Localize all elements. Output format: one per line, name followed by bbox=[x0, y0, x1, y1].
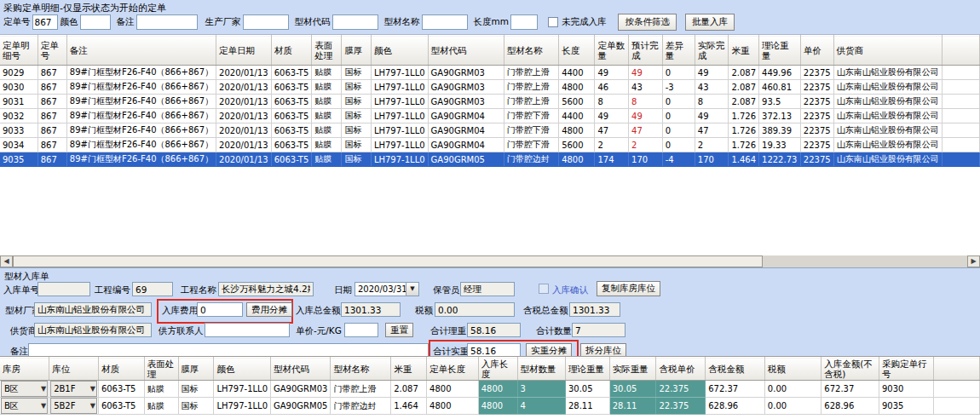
column-header[interactable]: 采购定单行号 bbox=[879, 358, 933, 381]
column-header[interactable]: 理论重量 bbox=[759, 36, 801, 66]
chevron-down-icon[interactable]: ▼ bbox=[41, 403, 46, 410]
table-row[interactable]: B区▼5B2F▼6063-T5贴膜国标LH797-1LL0GA90GRM05门带… bbox=[0, 398, 980, 415]
scroll-left-arrow-icon[interactable]: ◀ bbox=[0, 255, 13, 267]
project-name-field[interactable] bbox=[218, 282, 314, 296]
table-row[interactable]: 903186789#门框型材F26-F40（866+867）2020/01/13… bbox=[0, 95, 980, 109]
filter-input-length-mm[interactable] bbox=[510, 14, 538, 30]
tax-field[interactable] bbox=[435, 302, 515, 317]
contact-field[interactable] bbox=[205, 323, 290, 337]
horizontal-scrollbar[interactable]: ◀ ▶ bbox=[0, 255, 980, 267]
table-row[interactable]: 903286789#门框型材F26-F40（866+867）2020/01/13… bbox=[0, 109, 980, 123]
table-cell: 0 bbox=[662, 66, 695, 80]
total-qty-field[interactable] bbox=[572, 323, 625, 337]
filter-input-profile-code[interactable] bbox=[332, 14, 378, 30]
filter-input-manufacturer[interactable] bbox=[243, 14, 289, 30]
fee-field[interactable] bbox=[197, 302, 243, 317]
column-header[interactable]: 库房 bbox=[0, 358, 49, 381]
confirm-checkbox[interactable] bbox=[539, 284, 549, 294]
date-value: 2020/03/31 bbox=[355, 284, 406, 294]
column-header[interactable]: 理论重量 bbox=[565, 358, 609, 381]
factory-field[interactable] bbox=[34, 302, 152, 317]
table-cell: 6063-T5 bbox=[271, 66, 312, 80]
column-header[interactable]: 税额 bbox=[764, 358, 821, 381]
column-header[interactable]: 膜厚 bbox=[178, 358, 214, 381]
order-detail-table: 定单明细号定单号备注定单日期材质表面处理膜厚颜色型材代码型材名称长度定单数量预计… bbox=[0, 35, 980, 167]
column-header[interactable]: 含税金额 bbox=[706, 358, 765, 381]
filter-input-order-no[interactable] bbox=[32, 14, 58, 30]
column-header[interactable]: 型材代码 bbox=[271, 358, 331, 381]
column-header[interactable]: 定单数量 bbox=[595, 36, 629, 66]
column-header[interactable]: 颜色 bbox=[214, 358, 271, 381]
column-header[interactable]: 备注 bbox=[66, 36, 216, 66]
table-cell: 0.00 bbox=[764, 398, 821, 415]
column-header[interactable]: 定单号 bbox=[37, 36, 66, 66]
table-row[interactable]: 902986789#门框型材F26-F40（866+867）2020/01/13… bbox=[0, 66, 980, 80]
column-header[interactable]: 供货商 bbox=[833, 36, 942, 66]
scroll-right-arrow-icon[interactable]: ▶ bbox=[967, 255, 980, 267]
location-select[interactable]: 5B2F▼ bbox=[50, 398, 97, 414]
column-header[interactable]: 型材数量 bbox=[517, 358, 565, 381]
copy-warehouse-button[interactable]: 复制库房库位 bbox=[597, 281, 660, 296]
unfinished-checkbox[interactable] bbox=[548, 17, 558, 27]
column-header[interactable]: 颜色 bbox=[371, 36, 428, 66]
supplier-field[interactable] bbox=[34, 323, 152, 337]
calendar-dropdown-icon[interactable]: ▼ bbox=[406, 283, 418, 296]
column-header[interactable]: 表面处理 bbox=[312, 36, 342, 66]
total-amount-field[interactable] bbox=[341, 302, 401, 317]
fee-apportion-button[interactable]: 费用分摊 bbox=[246, 302, 292, 317]
column-header[interactable]: 长度 bbox=[559, 36, 595, 66]
keeper-field[interactable] bbox=[460, 282, 515, 296]
filter-input-color[interactable] bbox=[80, 14, 111, 30]
column-header[interactable]: 米重 bbox=[391, 358, 427, 381]
filter-input-remark[interactable] bbox=[136, 14, 198, 30]
unit-price-field[interactable] bbox=[344, 323, 378, 337]
project-no-field[interactable] bbox=[132, 282, 173, 296]
table-row[interactable]: B区▼2B1F▼6063-T5贴膜国标LH797-1LL0GA90GRM03门带… bbox=[0, 381, 980, 398]
inbound-no-field[interactable] bbox=[37, 282, 90, 296]
chevron-down-icon[interactable]: ▼ bbox=[90, 386, 95, 393]
column-header[interactable]: 型材名称 bbox=[331, 358, 391, 381]
column-header[interactable]: 膜厚 bbox=[342, 36, 371, 66]
column-header[interactable]: 定单日期 bbox=[216, 36, 272, 66]
table-cell: 46 bbox=[595, 80, 629, 95]
column-header[interactable]: 入库长度 bbox=[478, 358, 517, 381]
reset-button[interactable]: 重置 bbox=[385, 323, 413, 337]
scrollbar-thumb[interactable] bbox=[13, 255, 763, 267]
table-row[interactable]: 903586789#门框型材F26-F40（866+867）2020/01/13… bbox=[0, 152, 980, 167]
date-picker[interactable]: 2020/03/31 ▼ bbox=[355, 282, 419, 296]
column-header[interactable]: 材质 bbox=[271, 36, 312, 66]
warehouse-select[interactable]: B区▼ bbox=[1, 398, 48, 414]
filter-input-profile-name[interactable] bbox=[422, 14, 468, 30]
chevron-down-icon[interactable]: ▼ bbox=[90, 403, 95, 410]
column-header[interactable]: 材质 bbox=[98, 358, 144, 381]
table-cell: 47 bbox=[595, 123, 629, 138]
tax-total-field[interactable] bbox=[569, 302, 620, 317]
table-row[interactable]: 903486789#门框型材F26-F40（866+867）2020/01/13… bbox=[0, 138, 980, 152]
column-header[interactable]: 实际完成 bbox=[695, 36, 729, 66]
theory-weight-field[interactable] bbox=[467, 323, 521, 337]
column-header[interactable]: 入库金额(不含税) bbox=[821, 358, 879, 381]
table-cell: -3 bbox=[662, 80, 695, 95]
column-header[interactable]: 含税单价 bbox=[656, 358, 706, 381]
table-cell: 4 bbox=[517, 398, 565, 415]
column-header[interactable]: 表面处理 bbox=[144, 358, 178, 381]
column-header[interactable]: 库位 bbox=[49, 358, 99, 381]
table-row[interactable]: 903386789#门框型材F26-F40（866+867）2020/01/13… bbox=[0, 123, 980, 138]
column-header[interactable]: 型材名称 bbox=[504, 36, 558, 66]
column-header[interactable]: 米重 bbox=[729, 36, 759, 66]
location-select[interactable]: 2B1F▼ bbox=[50, 381, 97, 397]
column-header[interactable]: 预计完成 bbox=[629, 36, 663, 66]
warehouse-select[interactable]: B区▼ bbox=[1, 381, 48, 397]
batch-inbound-button[interactable]: 批量入库 bbox=[685, 14, 735, 31]
column-header[interactable]: 定单长度 bbox=[427, 358, 479, 381]
column-header[interactable]: 单价 bbox=[800, 36, 833, 66]
table-cell: 30.05 bbox=[565, 381, 609, 398]
chevron-down-icon[interactable]: ▼ bbox=[41, 386, 46, 393]
table-cell: 372.13 bbox=[759, 109, 801, 123]
column-header[interactable]: 实际重量 bbox=[609, 358, 656, 381]
column-header[interactable]: 型材代码 bbox=[428, 36, 504, 66]
column-header[interactable]: 差异量 bbox=[662, 36, 695, 66]
column-header[interactable]: 定单明细号 bbox=[0, 36, 37, 66]
filter-by-condition-button[interactable]: 按条件筛选 bbox=[618, 14, 677, 31]
table-row[interactable]: 903086789#门框型材F26-F40（866+867）2020/01/13… bbox=[0, 80, 980, 95]
